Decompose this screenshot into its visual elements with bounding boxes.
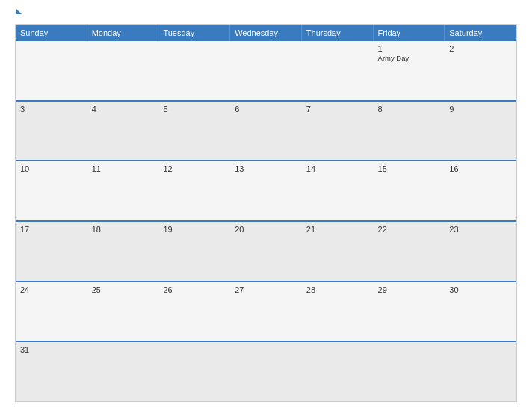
day-number: 25 — [92, 285, 155, 294]
day-cell: 27 — [230, 282, 302, 342]
week-row-4: 17181920212223 — [16, 220, 516, 281]
day-number: 17 — [20, 225, 83, 234]
day-number: 24 — [20, 285, 83, 294]
day-header-monday: Monday — [87, 25, 159, 41]
day-cell: 4 — [87, 102, 159, 161]
day-cell: 8 — [374, 102, 445, 161]
week-row-5: 24252627282930 — [16, 281, 516, 342]
day-cell: 6 — [230, 102, 302, 161]
day-number: 19 — [163, 225, 226, 234]
day-cell: 19 — [158, 222, 230, 281]
day-number: 15 — [378, 164, 441, 173]
day-cell: 17 — [16, 222, 87, 281]
day-cell — [16, 41, 87, 100]
day-cell: 11 — [87, 161, 159, 220]
day-cell: 21 — [302, 222, 374, 281]
day-number: 11 — [92, 164, 155, 173]
day-cell: 15 — [374, 161, 445, 220]
day-header-friday: Friday — [374, 25, 445, 41]
day-number: 14 — [306, 164, 369, 173]
day-header-sunday: Sunday — [16, 25, 87, 41]
day-number: 23 — [449, 225, 512, 234]
page-header — [15, 12, 517, 18]
calendar-grid: SundayMondayTuesdayWednesdayThursdayFrid… — [15, 24, 517, 402]
day-cell — [445, 342, 516, 401]
day-number: 26 — [163, 285, 226, 294]
day-cell: 31 — [16, 342, 87, 401]
day-headers-row: SundayMondayTuesdayWednesdayThursdayFrid… — [16, 25, 516, 41]
day-cell: 20 — [230, 222, 302, 281]
day-number: 5 — [163, 105, 226, 114]
day-number: 27 — [235, 285, 297, 294]
day-cell: 14 — [302, 161, 374, 220]
day-cell — [158, 342, 230, 401]
calendar-page: SundayMondayTuesdayWednesdayThursdayFrid… — [0, 0, 532, 411]
day-header-wednesday: Wednesday — [230, 25, 302, 41]
day-cell: 5 — [158, 102, 230, 161]
day-cell: 16 — [445, 161, 516, 220]
day-cell: 24 — [16, 282, 87, 342]
day-cell — [87, 41, 159, 100]
day-cell — [230, 41, 302, 100]
day-cell: 28 — [302, 282, 374, 342]
day-event: Army Day — [378, 54, 441, 62]
day-cell: 13 — [230, 161, 302, 220]
weeks-container: 1Army Day2345678910111213141516171819202… — [16, 41, 516, 401]
day-header-saturday: Saturday — [445, 25, 516, 41]
day-cell: 29 — [374, 282, 445, 342]
day-cell — [302, 342, 374, 401]
day-cell — [374, 342, 445, 401]
day-header-thursday: Thursday — [302, 25, 374, 41]
day-number: 20 — [235, 225, 297, 234]
day-cell — [87, 342, 159, 401]
day-number: 30 — [449, 285, 512, 294]
week-row-3: 10111213141516 — [16, 160, 516, 220]
day-number: 16 — [449, 164, 512, 173]
day-cell: 30 — [445, 282, 516, 342]
day-number: 12 — [163, 164, 226, 173]
day-cell — [230, 342, 302, 401]
day-cell: 7 — [302, 102, 374, 161]
day-number: 2 — [449, 44, 512, 53]
day-cell — [158, 41, 230, 100]
day-number: 29 — [378, 285, 441, 294]
day-cell: 12 — [158, 161, 230, 220]
day-number: 13 — [235, 164, 297, 173]
day-cell — [302, 41, 374, 100]
day-number: 6 — [235, 105, 297, 114]
day-cell: 25 — [87, 282, 159, 342]
day-header-tuesday: Tuesday — [158, 25, 230, 41]
day-cell: 22 — [374, 222, 445, 281]
day-number: 4 — [92, 105, 155, 114]
day-number: 7 — [306, 105, 369, 114]
week-row-2: 3456789 — [16, 100, 516, 161]
day-number: 31 — [20, 345, 83, 354]
day-number: 9 — [449, 105, 512, 114]
day-cell: 18 — [87, 222, 159, 281]
day-number: 22 — [378, 225, 441, 234]
day-number: 21 — [306, 225, 369, 234]
day-cell: 3 — [16, 102, 87, 161]
day-cell: 23 — [445, 222, 516, 281]
day-cell: 10 — [16, 161, 87, 220]
day-cell: 1Army Day — [374, 41, 445, 100]
day-number: 28 — [306, 285, 369, 294]
day-cell: 9 — [445, 102, 516, 161]
week-row-6: 31 — [16, 341, 516, 401]
day-number: 18 — [92, 225, 155, 234]
day-cell: 2 — [445, 41, 516, 100]
day-number: 8 — [378, 105, 441, 114]
day-number: 10 — [20, 164, 83, 173]
logo-triangle-icon — [16, 9, 22, 14]
day-number: 1 — [378, 44, 441, 53]
day-number: 3 — [20, 105, 83, 114]
day-cell: 26 — [158, 282, 230, 342]
week-row-1: 1Army Day2 — [16, 41, 516, 100]
